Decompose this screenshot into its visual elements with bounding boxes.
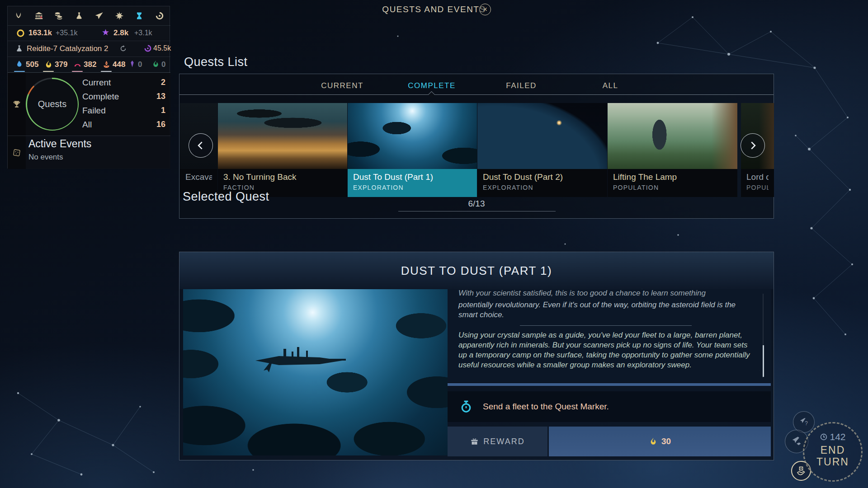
quest-card-title: Excava. (185, 172, 212, 182)
science-alt-swirl-icon (143, 44, 152, 53)
influence-delta: +3.1k (134, 29, 152, 37)
approval-sun-icon[interactable] (114, 10, 125, 21)
quest-card-thumbnail (608, 103, 737, 169)
quest-filter-label: Failed (82, 106, 106, 116)
quest-card-dust-to-dust-1[interactable]: Dust To Dust (Part 1) EXPLORATION (348, 103, 477, 197)
description-divider (520, 325, 692, 326)
end-turn-label-line2: TURN (816, 456, 849, 468)
quests-list-heading: Quests List (184, 55, 248, 69)
clock-icon (820, 433, 828, 441)
selected-quest-title: DUST TO DUST (PART 1) (401, 264, 552, 278)
chevron-right-icon (747, 140, 759, 151)
dust-delta: +35.1k (56, 29, 77, 37)
carousel-left-button[interactable] (189, 133, 213, 158)
dust-value: 163.1k (28, 28, 52, 38)
selected-quest-titlebar: DUST TO DUST (PART 1) (179, 252, 774, 289)
hyperium-flame-icon (649, 437, 658, 446)
reward-amount: 30 (661, 436, 671, 446)
quest-filter-current[interactable]: Current 2 (82, 75, 165, 89)
research-flask-icon (15, 44, 24, 53)
influence-star-icon: ★ (102, 27, 109, 38)
tab-complete[interactable]: COMPLETE (408, 81, 456, 90)
selected-quest-image (183, 289, 448, 455)
quest-filter-rows: Current 2 Complete 13 Failed 1 All 16 (82, 75, 165, 131)
government-icon[interactable] (33, 10, 44, 21)
quest-filter-count: 16 (156, 120, 165, 129)
tab-failed[interactable]: FAILED (506, 81, 537, 90)
quest-summary-widget: Quests Current 2 Complete 13 Failed 1 Al… (8, 73, 170, 136)
economy-coins-icon[interactable] (53, 10, 64, 21)
quest-card-title: Dust To Dust (Part 1) (353, 172, 472, 182)
quest-card-lifting-the-lamp[interactable]: Lifting The Lamp POPULATION (608, 103, 737, 197)
quests-ring-label: Quests (26, 78, 79, 131)
selected-quest-panel: DUST TO DUST (PART 1) With your scientis… (179, 252, 774, 460)
quest-filter-count: 1 (161, 106, 165, 115)
turn-counter: 142 (820, 432, 845, 442)
quest-description[interactable]: With your scientist satisfied, this is t… (448, 289, 771, 382)
science-flask-icon[interactable] (74, 10, 85, 21)
hyperium-underline (43, 71, 54, 72)
titanium-value: 505 (26, 60, 38, 69)
active-events-title: Active Events (28, 138, 91, 150)
end-turn-button[interactable]: 142 END TURN (803, 422, 863, 482)
orichalcix-icon (151, 60, 160, 68)
antimatter-icon (102, 60, 111, 69)
svg-text:?: ? (805, 420, 808, 427)
quadrinix-value: 0 (138, 60, 142, 69)
adamantian-underline (72, 71, 83, 72)
quest-card-title: Lifting The Lamp (613, 172, 732, 182)
empire-swirl-icon[interactable] (154, 10, 165, 21)
hyperium-value: 379 (55, 60, 67, 69)
empire-menu-bar (8, 6, 170, 26)
quest-summary-strip (8, 73, 26, 136)
quest-objective-text: Send a fleet to the Quest Marker. (483, 402, 609, 412)
carousel-right-button[interactable] (741, 133, 765, 158)
quest-card-thumbnail (218, 103, 347, 169)
tab-current[interactable]: CURRENT (321, 81, 363, 90)
quest-card-category: POPULATION (613, 184, 732, 191)
income-row: 163.1k +35.1k ★ 2.8k +3.1k (8, 26, 170, 41)
science-alt-value: 45.5k (153, 44, 171, 52)
quest-card-dust-to-dust-2[interactable]: Dust To Dust (Part 2) EXPLORATION (477, 103, 607, 197)
quest-card-title: Dust To Dust (Part 2) (483, 172, 602, 182)
chevron-left-icon (195, 140, 207, 151)
active-events-section: Active Events No events (8, 136, 170, 169)
end-turn-label-line1: END (821, 444, 845, 456)
research-row: Reidite-7 Catalyzation 2 45.5k (8, 41, 170, 57)
selected-quest-heading: Selected Quest (183, 190, 269, 204)
quest-filter-failed[interactable]: Failed 1 (82, 103, 165, 117)
quest-filter-label: Complete (82, 92, 119, 102)
game-screen: QUESTS AND EVENTS × (0, 0, 868, 488)
time-hourglass-icon[interactable] (134, 10, 145, 21)
reward-button[interactable]: REWARD (448, 427, 547, 456)
gift-icon (470, 437, 479, 446)
active-events-empty: No events (28, 153, 63, 162)
quest-filter-complete[interactable]: Complete 13 (82, 89, 165, 103)
stopwatch-icon (459, 400, 473, 413)
research-repeat-icon[interactable] (119, 44, 127, 53)
strategic-resources-row: 505 379 382 448 0 0 (8, 57, 170, 73)
quest-filter-all[interactable]: All 16 (82, 117, 165, 131)
quest-filter-count: 2 (161, 78, 165, 87)
wreath-icon[interactable] (13, 10, 24, 21)
quest-filter-count: 13 (156, 92, 165, 101)
research-label[interactable]: Reidite-7 Catalyzation 2 (27, 44, 108, 53)
quest-card-category: EXPLORATION (483, 184, 602, 191)
close-button[interactable]: × (479, 4, 491, 15)
tab-all[interactable]: ALL (603, 81, 618, 90)
dust-coin-icon (16, 28, 25, 38)
ship-silhouette-icon (252, 343, 347, 374)
dice-icon (12, 148, 22, 158)
antimatter-value: 448 (113, 60, 125, 69)
fleet-icon[interactable] (94, 10, 104, 21)
quests-donut-ring: Quests (26, 78, 79, 131)
tab-underline (179, 94, 774, 95)
orichalcix-value: 0 (161, 60, 165, 69)
quest-filter-label: All (82, 120, 92, 130)
close-icon: × (483, 5, 487, 14)
quest-description-paragraph-1: potentially revolutionary. Even if it's … (458, 300, 753, 320)
quest-card-no-turning-back[interactable]: 3. No Turning Back FACTION (218, 103, 347, 197)
quest-card-category: POPULA (746, 184, 769, 191)
quest-card-thumbnail (477, 103, 607, 169)
description-scrollbar-thumb[interactable] (763, 345, 764, 377)
